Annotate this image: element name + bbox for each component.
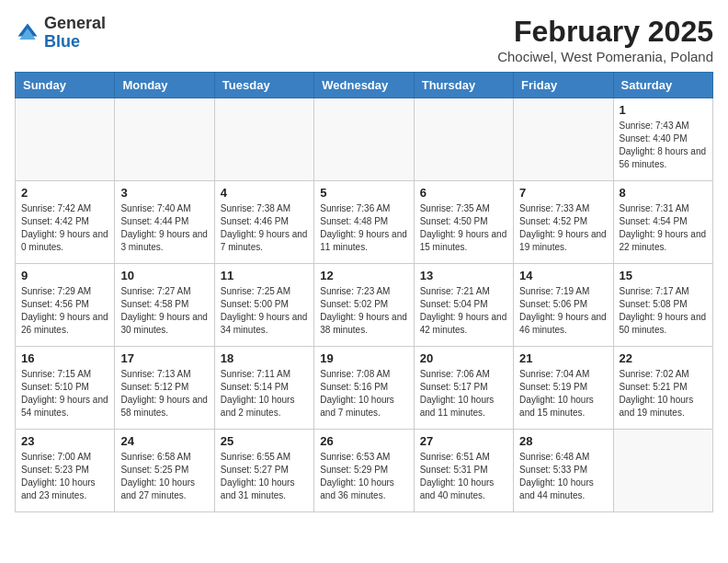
title-block: February 2025 Chociwel, West Pomerania, … (497, 15, 713, 64)
day-cell: 26Sunrise: 6:53 AM Sunset: 5:29 PM Dayli… (314, 430, 414, 512)
day-info: Sunrise: 6:51 AM Sunset: 5:31 PM Dayligh… (420, 451, 507, 502)
day-number: 28 (519, 434, 607, 448)
day-cell: 7Sunrise: 7:33 AM Sunset: 4:52 PM Daylig… (514, 181, 613, 264)
day-number: 6 (420, 186, 507, 200)
day-number: 19 (320, 351, 407, 365)
day-number: 8 (620, 186, 707, 200)
day-number: 26 (320, 434, 407, 448)
calendar-table: SundayMondayTuesdayWednesdayThursdayFrid… (15, 72, 713, 512)
day-info: Sunrise: 7:08 AM Sunset: 5:16 PM Dayligh… (320, 368, 407, 419)
day-cell: 24Sunrise: 6:58 AM Sunset: 5:25 PM Dayli… (115, 430, 214, 512)
week-row-2: 2Sunrise: 7:42 AM Sunset: 4:42 PM Daylig… (16, 181, 713, 264)
day-number: 7 (519, 186, 607, 200)
day-cell (16, 98, 115, 181)
day-info: Sunrise: 7:40 AM Sunset: 4:44 PM Dayligh… (120, 202, 208, 254)
day-number: 20 (420, 351, 507, 365)
day-cell: 25Sunrise: 6:55 AM Sunset: 5:27 PM Dayli… (214, 430, 313, 512)
day-info: Sunrise: 6:53 AM Sunset: 5:29 PM Dayligh… (320, 451, 407, 502)
day-cell (613, 430, 712, 512)
day-number: 12 (320, 269, 407, 282)
logo-icon (15, 20, 40, 46)
day-number: 3 (120, 186, 208, 200)
day-cell: 10Sunrise: 7:27 AM Sunset: 4:58 PM Dayli… (115, 264, 214, 347)
day-info: Sunrise: 6:48 AM Sunset: 5:33 PM Dayligh… (519, 451, 607, 502)
day-info: Sunrise: 7:35 AM Sunset: 4:50 PM Dayligh… (420, 202, 507, 254)
weekday-header-friday: Friday (514, 73, 613, 98)
weekday-header-sunday: Sunday (16, 73, 115, 98)
day-info: Sunrise: 6:58 AM Sunset: 5:25 PM Dayligh… (120, 451, 208, 502)
day-info: Sunrise: 7:42 AM Sunset: 4:42 PM Dayligh… (21, 202, 108, 254)
day-number: 14 (519, 269, 607, 282)
day-number: 1 (620, 103, 707, 117)
day-info: Sunrise: 7:29 AM Sunset: 4:56 PM Dayligh… (21, 285, 108, 337)
day-number: 10 (120, 269, 208, 282)
day-info: Sunrise: 7:04 AM Sunset: 5:19 PM Dayligh… (519, 368, 607, 419)
day-info: Sunrise: 7:17 AM Sunset: 5:08 PM Dayligh… (620, 285, 707, 337)
month-year: February 2025 (497, 15, 713, 49)
day-info: Sunrise: 7:38 AM Sunset: 4:46 PM Dayligh… (221, 202, 308, 254)
week-row-3: 9Sunrise: 7:29 AM Sunset: 4:56 PM Daylig… (16, 264, 713, 347)
day-cell: 1Sunrise: 7:43 AM Sunset: 4:40 PM Daylig… (613, 98, 712, 181)
weekday-header-monday: Monday (115, 73, 214, 98)
day-number: 15 (620, 269, 707, 282)
day-info: Sunrise: 7:00 AM Sunset: 5:23 PM Dayligh… (21, 451, 108, 502)
day-cell: 17Sunrise: 7:13 AM Sunset: 5:12 PM Dayli… (115, 347, 214, 430)
day-cell: 15Sunrise: 7:17 AM Sunset: 5:08 PM Dayli… (613, 264, 712, 347)
day-info: Sunrise: 7:21 AM Sunset: 5:04 PM Dayligh… (420, 285, 507, 337)
day-number: 25 (221, 434, 308, 448)
weekday-header-wednesday: Wednesday (314, 73, 414, 98)
day-cell (414, 98, 513, 181)
day-cell: 28Sunrise: 6:48 AM Sunset: 5:33 PM Dayli… (514, 430, 613, 512)
day-number: 4 (221, 186, 308, 200)
day-number: 9 (21, 269, 108, 282)
day-cell: 9Sunrise: 7:29 AM Sunset: 4:56 PM Daylig… (16, 264, 115, 347)
day-info: Sunrise: 7:19 AM Sunset: 5:06 PM Dayligh… (519, 285, 607, 337)
week-row-1: 1Sunrise: 7:43 AM Sunset: 4:40 PM Daylig… (16, 98, 713, 181)
page-header: General Blue February 2025 Chociwel, Wes… (15, 15, 713, 64)
location: Chociwel, West Pomerania, Poland (497, 49, 713, 64)
day-info: Sunrise: 7:15 AM Sunset: 5:10 PM Dayligh… (21, 368, 108, 419)
day-number: 21 (519, 351, 607, 365)
day-cell: 11Sunrise: 7:25 AM Sunset: 5:00 PM Dayli… (214, 264, 313, 347)
day-cell: 22Sunrise: 7:02 AM Sunset: 5:21 PM Dayli… (613, 347, 712, 430)
day-number: 22 (620, 351, 707, 365)
logo-blue: Blue (44, 32, 80, 51)
logo: General Blue (15, 15, 106, 52)
day-info: Sunrise: 7:23 AM Sunset: 5:02 PM Dayligh… (320, 285, 407, 337)
day-cell: 19Sunrise: 7:08 AM Sunset: 5:16 PM Dayli… (314, 347, 414, 430)
day-cell: 12Sunrise: 7:23 AM Sunset: 5:02 PM Dayli… (314, 264, 414, 347)
weekday-header-row: SundayMondayTuesdayWednesdayThursdayFrid… (16, 73, 713, 98)
day-cell: 18Sunrise: 7:11 AM Sunset: 5:14 PM Dayli… (214, 347, 313, 430)
day-cell (115, 98, 214, 181)
day-info: Sunrise: 7:27 AM Sunset: 4:58 PM Dayligh… (120, 285, 208, 337)
day-cell: 21Sunrise: 7:04 AM Sunset: 5:19 PM Dayli… (514, 347, 613, 430)
day-cell (314, 98, 414, 181)
day-number: 27 (420, 434, 507, 448)
day-info: Sunrise: 7:31 AM Sunset: 4:54 PM Dayligh… (620, 202, 707, 254)
day-info: Sunrise: 7:02 AM Sunset: 5:21 PM Dayligh… (620, 368, 707, 419)
day-info: Sunrise: 7:33 AM Sunset: 4:52 PM Dayligh… (519, 202, 607, 254)
day-cell (214, 98, 313, 181)
day-cell (514, 98, 613, 181)
day-number: 16 (21, 351, 108, 365)
day-info: Sunrise: 7:25 AM Sunset: 5:00 PM Dayligh… (221, 285, 308, 337)
day-cell: 27Sunrise: 6:51 AM Sunset: 5:31 PM Dayli… (414, 430, 513, 512)
day-number: 13 (420, 269, 507, 282)
day-cell: 3Sunrise: 7:40 AM Sunset: 4:44 PM Daylig… (115, 181, 214, 264)
weekday-header-saturday: Saturday (613, 73, 712, 98)
day-cell: 4Sunrise: 7:38 AM Sunset: 4:46 PM Daylig… (214, 181, 313, 264)
day-cell: 23Sunrise: 7:00 AM Sunset: 5:23 PM Dayli… (16, 430, 115, 512)
day-number: 11 (221, 269, 308, 282)
day-info: Sunrise: 7:11 AM Sunset: 5:14 PM Dayligh… (221, 368, 308, 419)
day-cell: 5Sunrise: 7:36 AM Sunset: 4:48 PM Daylig… (314, 181, 414, 264)
day-number: 24 (120, 434, 208, 448)
logo-text: General Blue (44, 15, 106, 52)
day-number: 23 (21, 434, 108, 448)
day-info: Sunrise: 7:06 AM Sunset: 5:17 PM Dayligh… (420, 368, 507, 419)
day-cell: 14Sunrise: 7:19 AM Sunset: 5:06 PM Dayli… (514, 264, 613, 347)
day-info: Sunrise: 6:55 AM Sunset: 5:27 PM Dayligh… (221, 451, 308, 502)
day-cell: 16Sunrise: 7:15 AM Sunset: 5:10 PM Dayli… (16, 347, 115, 430)
day-info: Sunrise: 7:13 AM Sunset: 5:12 PM Dayligh… (120, 368, 208, 419)
weekday-header-thursday: Thursday (414, 73, 513, 98)
day-number: 18 (221, 351, 308, 365)
